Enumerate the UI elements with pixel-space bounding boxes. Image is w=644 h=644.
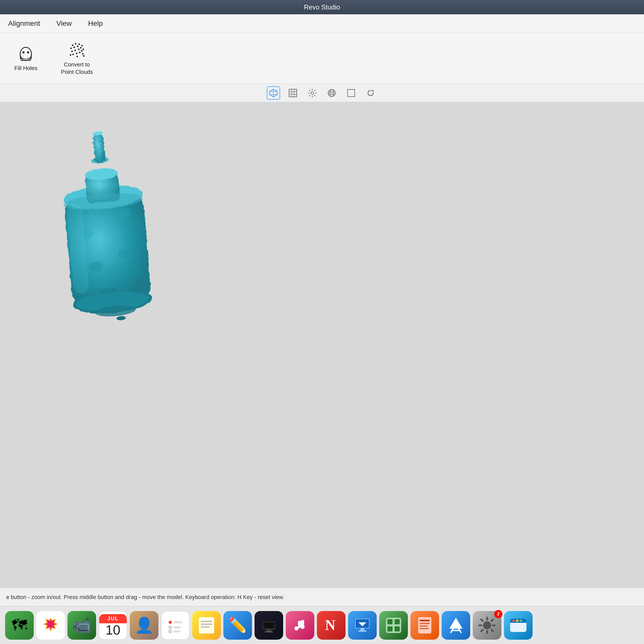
dock-icon-finder2[interactable] — [504, 611, 533, 640]
svg-point-17 — [76, 53, 77, 54]
svg-point-14 — [78, 49, 79, 50]
dock-icon-freeform[interactable]: ✏️ — [223, 611, 252, 640]
dock-icon-appstore[interactable] — [442, 611, 470, 640]
dock-icon-systemprefs[interactable]: 2 — [473, 611, 501, 640]
svg-rect-69 — [201, 624, 212, 625]
dock-icon-maps[interactable]: 🗺 — [5, 611, 34, 640]
dock-icon-contacts[interactable]: 👤 — [130, 611, 158, 640]
icon-bar — [0, 84, 644, 102]
menu-view[interactable]: View — [53, 17, 75, 30]
menu-alignment[interactable]: Alignment — [5, 17, 43, 30]
toolbar: Fill Holes — [0, 33, 644, 84]
svg-rect-88 — [395, 626, 400, 631]
svg-point-19 — [82, 53, 84, 55]
dock-icon-calendar[interactable]: JUL 10 — [99, 611, 127, 640]
svg-point-100 — [520, 619, 522, 622]
svg-point-9 — [77, 45, 78, 47]
svg-point-5 — [78, 43, 80, 45]
dock-icon-appletv[interactable] — [255, 611, 283, 640]
globe-icon-button[interactable] — [325, 86, 338, 100]
dock: 🗺 📹 JUL 10 👤 — [0, 606, 644, 644]
svg-text:N: N — [325, 617, 335, 633]
svg-point-13 — [74, 50, 76, 51]
svg-point-6 — [81, 45, 83, 47]
view-layers-button[interactable] — [286, 86, 300, 100]
dock-icon-facetime[interactable]: 📹 — [67, 611, 96, 640]
svg-point-18 — [79, 52, 81, 53]
dock-icon-numbers[interactable] — [379, 611, 408, 640]
dock-icon-notes[interactable] — [192, 611, 221, 640]
svg-rect-67 — [199, 617, 214, 634]
svg-rect-62 — [173, 621, 182, 623]
svg-point-20 — [70, 54, 71, 56]
svg-rect-36 — [348, 89, 355, 97]
svg-point-16 — [72, 54, 74, 55]
dock-icon-photos[interactable] — [36, 611, 65, 640]
view-3d-button[interactable] — [267, 86, 280, 100]
svg-rect-93 — [420, 628, 429, 629]
svg-point-22 — [76, 56, 78, 57]
svg-point-76 — [294, 626, 298, 630]
svg-rect-86 — [395, 619, 400, 624]
svg-point-11 — [83, 49, 84, 50]
3d-object — [51, 118, 153, 327]
title-bar: Revo Studio — [0, 0, 644, 14]
svg-rect-91 — [420, 623, 430, 624]
status-bar: e button - zoom in/out. Press middle but… — [0, 588, 644, 606]
svg-rect-64 — [173, 626, 181, 628]
svg-point-21 — [83, 55, 85, 57]
svg-point-3 — [72, 44, 73, 46]
svg-point-10 — [80, 47, 82, 49]
menu-help[interactable]: Help — [85, 17, 106, 30]
svg-point-63 — [169, 626, 172, 629]
svg-point-65 — [169, 630, 172, 633]
svg-rect-74 — [265, 631, 273, 633]
convert-to-point-clouds-button[interactable]: Convert toPoint Clouds — [57, 38, 97, 79]
svg-rect-83 — [358, 630, 366, 632]
app-title: Revo Studio — [304, 3, 340, 11]
settings-icon-button[interactable] — [306, 86, 319, 100]
svg-rect-68 — [201, 621, 212, 622]
svg-rect-27 — [289, 89, 297, 97]
svg-rect-70 — [201, 626, 210, 628]
svg-rect-92 — [420, 625, 428, 627]
svg-rect-72 — [263, 622, 274, 628]
svg-point-32 — [311, 92, 314, 94]
fill-holes-label: Fill Holes — [14, 65, 37, 72]
dock-icon-news[interactable]: N — [317, 611, 346, 640]
3d-viewport[interactable] — [0, 102, 644, 588]
svg-point-94 — [484, 622, 491, 629]
svg-point-4 — [75, 43, 76, 44]
scan-icon-button[interactable] — [364, 86, 377, 100]
svg-point-8 — [73, 47, 75, 48]
convert-icon — [68, 41, 86, 59]
svg-point-12 — [71, 51, 73, 52]
crop-icon-button[interactable] — [344, 86, 358, 100]
svg-point-98 — [512, 619, 515, 622]
status-text: e button - zoom in/out. Press middle but… — [6, 594, 284, 601]
svg-point-61 — [169, 621, 172, 624]
svg-rect-85 — [387, 619, 393, 624]
dock-icon-music[interactable] — [286, 611, 314, 640]
svg-rect-90 — [420, 620, 430, 621]
convert-to-point-clouds-label: Convert toPoint Clouds — [61, 61, 93, 76]
dock-icon-reminders[interactable] — [161, 611, 190, 640]
svg-point-15 — [81, 50, 83, 52]
svg-rect-87 — [387, 626, 393, 631]
fill-holes-button[interactable]: Fill Holes — [10, 41, 41, 75]
svg-point-2 — [27, 51, 29, 53]
menu-bar: Alignment View Help — [0, 14, 644, 33]
dock-icon-keynote[interactable] — [348, 611, 377, 640]
svg-point-7 — [70, 48, 72, 49]
dock-icon-pages[interactable] — [410, 611, 439, 640]
svg-point-99 — [516, 619, 519, 622]
svg-rect-66 — [173, 630, 180, 633]
svg-point-1 — [22, 51, 25, 53]
svg-point-0 — [20, 47, 31, 61]
fill-holes-icon — [17, 44, 35, 62]
dock-badge-systemprefs: 2 — [494, 610, 502, 618]
svg-point-77 — [301, 625, 305, 629]
svg-point-57 — [116, 316, 126, 320]
